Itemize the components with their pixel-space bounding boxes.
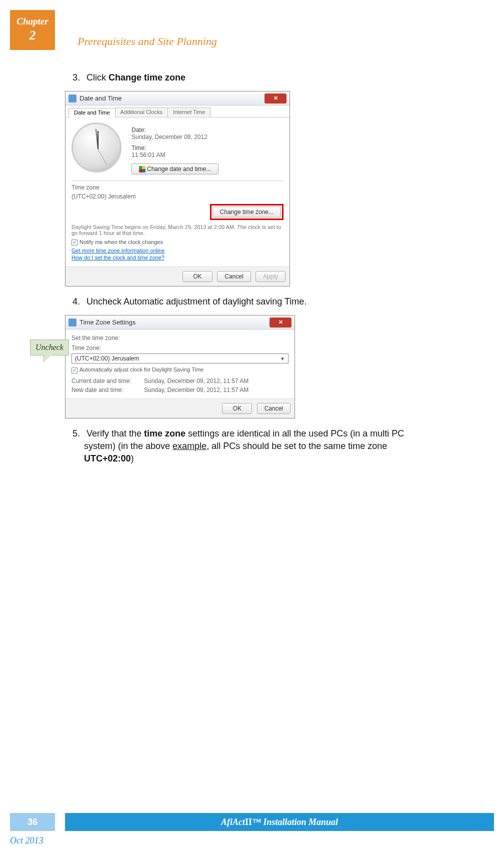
tab-internet-time[interactable]: Internet Time — [168, 108, 210, 117]
page-content: 3. Click Change time zone Date and Time … — [65, 72, 470, 472]
timezone-dropdown[interactable]: (UTC+02:00) Jerusalem ▼ — [72, 354, 288, 364]
chapter-title: Prerequisites and Site Planning — [78, 35, 217, 48]
apply-button[interactable]: Apply — [256, 271, 286, 282]
change-time-zone-button[interactable]: Change time zone... — [212, 206, 281, 218]
step-number: 3. — [65, 72, 80, 83]
timezone-value: (UTC+02:00) Jerusalem — [72, 193, 284, 200]
how-to-set-clock-link[interactable]: How do I set the clock and time zone? — [72, 254, 284, 260]
instruction-step-3: 3. Click Change time zone — [65, 72, 470, 83]
title-roman: II — [245, 817, 252, 828]
instruction-step-4: 4. Uncheck Automatic adjustment of dayli… — [65, 296, 470, 307]
instruction-step-5: 5. Verify that the time zone settings ar… — [65, 428, 470, 464]
date-value: Sunday, December 09, 2012 — [132, 134, 218, 140]
step-bold-text: time zone — [144, 428, 186, 438]
step-text-part: Verify that the — [86, 428, 144, 438]
chapter-number: 2 — [10, 28, 55, 43]
dst-info-text: Daylight Saving Time begins on Friday, M… — [72, 224, 284, 236]
dropdown-value: (UTC+02:00) Jerusalem — [75, 355, 139, 362]
dialog-title: Date and Time — [80, 94, 122, 102]
tab-additional-clocks[interactable]: Additional Clocks — [115, 108, 168, 117]
date-and-time-dialog: Date and Time ✕ Date and Time Additional… — [65, 91, 290, 286]
time-zone-settings-dialog: Time Zone Settings ✕ Set the time zone: … — [65, 315, 295, 418]
step-number: 5. — [65, 428, 80, 439]
date-time-info: Date: Sunday, December 09, 2012 Time: 11… — [132, 122, 218, 174]
more-timezone-info-link[interactable]: Get more time zone information online — [72, 248, 284, 254]
uncheck-callout: Uncheck — [30, 340, 69, 362]
globe-icon — [68, 318, 76, 326]
dialog-tabs: Date and Time Additional Clocks Internet… — [66, 106, 290, 118]
new-datetime-value: Sunday, December 09, 2012, 11:57 AM — [144, 386, 248, 394]
footer-date: Oct 2013 — [10, 836, 44, 846]
highlight-box: Change time zone... — [210, 204, 284, 220]
page-number: 36 — [10, 813, 55, 831]
timezone-field-label: Time zone: — [72, 344, 288, 352]
step-text-part: system) (in the above — [84, 441, 172, 451]
close-button[interactable]: ✕ — [264, 94, 286, 104]
step-text: Uncheck Automatic adjustment of daylight… — [86, 296, 306, 306]
dialog-footer: OK Cancel Apply — [66, 266, 290, 286]
auto-adjust-checkbox[interactable]: ✓ — [72, 368, 78, 374]
dialog-title: Time Zone Settings — [80, 318, 136, 326]
notify-checkbox[interactable]: ✓ — [72, 240, 78, 246]
current-datetime-label: Current date and time: — [72, 378, 144, 384]
timezone-section-label: Time zone — [72, 184, 284, 191]
dialog-footer: OK Cancel — [66, 398, 294, 418]
auto-adjust-line: ✓Automatically adjust clock for Daylight… — [72, 366, 288, 373]
notify-checkbox-line: ✓Notify me when the clock changes — [72, 239, 284, 246]
clock-icon — [68, 94, 76, 102]
separator — [72, 180, 284, 181]
footer-gap — [55, 813, 65, 831]
ok-button[interactable]: OK — [182, 271, 212, 282]
step-text-part: ) — [131, 454, 134, 464]
time-label: Time: — [132, 144, 218, 152]
date-label: Date: — [132, 126, 218, 134]
button-label: Change date and time... — [147, 166, 211, 172]
new-datetime-label: New date and time: — [72, 386, 144, 394]
close-button[interactable]: ✕ — [270, 318, 292, 328]
dialog-body: Set the time zone: Time zone: (UTC+02:00… — [66, 330, 294, 398]
dialog-titlebar: Date and Time ✕ — [66, 92, 290, 106]
cancel-button[interactable]: Cancel — [217, 271, 250, 282]
dialog-titlebar: Time Zone Settings ✕ — [66, 316, 294, 330]
title-suffix: ™ Installation Manual — [252, 817, 338, 828]
step-underline-text: example — [172, 441, 206, 451]
chapter-badge: Chapter 2 — [10, 10, 55, 50]
tab-date-and-time[interactable]: Date and Time — [68, 108, 116, 118]
chevron-down-icon: ▼ — [280, 356, 285, 362]
step-text: Click — [86, 72, 108, 82]
ok-button[interactable]: OK — [222, 403, 252, 414]
notify-label: Notify me when the clock changes — [80, 239, 163, 245]
step-bold-text: Change time zone — [108, 72, 186, 82]
step-bold-text: UTC+02:00 — [84, 454, 131, 464]
page-footer-bar: 36 AfiAct II ™ Installation Manual — [10, 813, 494, 831]
step-text-part: , all PCs should be set to the same time… — [206, 441, 387, 451]
time-value: 11:56:01 AM — [132, 152, 218, 158]
dialog2-with-callout: Uncheck Time Zone Settings ✕ Set the tim… — [65, 315, 470, 418]
title-prefix: AfiAct — [221, 817, 245, 828]
chapter-label: Chapter — [10, 16, 55, 27]
analog-clock — [72, 122, 122, 172]
step-number: 4. — [65, 296, 80, 307]
current-datetime-value: Sunday, December 09, 2012, 11:57 AM — [144, 378, 248, 384]
callout-label: Uncheck — [30, 340, 69, 356]
manual-title: AfiAct II ™ Installation Manual — [65, 813, 494, 831]
shield-icon — [139, 166, 146, 172]
callout-pointer-icon — [44, 355, 52, 362]
auto-adjust-label: Automatically adjust clock for Daylight … — [80, 366, 204, 372]
clock-hand-second — [98, 149, 106, 164]
step-text-part: settings are identical in all the used P… — [186, 428, 404, 438]
dialog-body: Date: Sunday, December 09, 2012 Time: 11… — [66, 118, 290, 266]
cancel-button[interactable]: Cancel — [257, 403, 290, 414]
set-timezone-label: Set the time zone: — [72, 334, 288, 342]
change-date-time-button[interactable]: Change date and time... — [132, 164, 218, 174]
